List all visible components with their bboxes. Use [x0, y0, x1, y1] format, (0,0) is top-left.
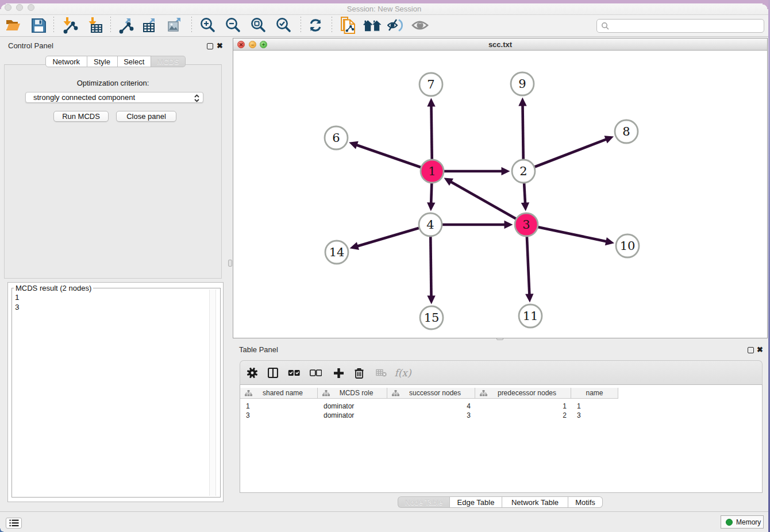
app-title: Session: New Session — [0, 5, 768, 13]
table-delete-table-icon[interactable] — [372, 364, 390, 381]
table-cell: 3 — [571, 411, 618, 420]
table-settings-icon[interactable] — [244, 364, 261, 381]
open-session-icon[interactable] — [4, 17, 22, 34]
network-view-window: ✕ – + scc.txt 7968124314101511 — [233, 38, 768, 338]
table-cell: 3 — [240, 411, 318, 420]
graph-node-label-10: 10 — [620, 239, 636, 253]
export-network-icon[interactable] — [117, 17, 135, 34]
save-session-icon[interactable] — [29, 17, 48, 34]
search-input[interactable] — [596, 19, 764, 33]
memory-status-icon — [726, 519, 733, 526]
task-list-icon — [9, 519, 19, 527]
table-row[interactable]: 3dominator323 — [240, 411, 618, 420]
graph-arrowhead-2-9 — [518, 97, 526, 106]
column-header-predecessor-nodes[interactable]: predecessor nodes — [475, 388, 571, 399]
toolbar-separator — [53, 17, 54, 34]
zoom-fit-icon[interactable] — [249, 17, 267, 34]
column-header-MCDS-role[interactable]: MCDS role — [318, 388, 387, 399]
mcds-result-legend: MCDS result (2 nodes) — [14, 284, 93, 292]
table-cell: 1 — [571, 402, 618, 411]
graph-arrowhead-4-14 — [350, 242, 359, 250]
vertical-splitter-grip[interactable] — [228, 260, 232, 267]
select-chevrons-icon — [194, 94, 200, 102]
table-panel-close-button[interactable]: ✖ — [757, 346, 763, 353]
graph-arrowhead-1-4 — [427, 202, 435, 211]
desktop-background-corner — [0, 529, 3, 532]
graph-node-label-11: 11 — [523, 309, 538, 323]
control-panel-close-button[interactable]: ✖ — [217, 43, 223, 49]
table-select-all-icon[interactable] — [285, 364, 302, 381]
table-function-builder-icon[interactable]: f(x) — [391, 364, 415, 381]
window-corner — [0, 3, 6, 9]
optimization-criterion-label: Optimization criterion: — [4, 79, 222, 87]
column-header-name[interactable]: name — [571, 388, 618, 399]
window-corner — [763, 3, 768, 9]
hide-panel-icon[interactable] — [387, 17, 406, 34]
task-history-button[interactable] — [6, 518, 22, 529]
graph-edge-3-10[interactable] — [526, 225, 607, 241]
graph-arrowhead-3-11 — [525, 294, 533, 302]
column-header-successor-nodes[interactable]: successor nodes — [387, 388, 475, 399]
table-deselect-all-icon[interactable] — [307, 364, 324, 381]
table-tab-network-table[interactable]: Network Table — [502, 496, 568, 508]
table-tab-node-table[interactable]: Node Table — [398, 496, 450, 508]
zoom-out-icon[interactable] — [224, 17, 242, 34]
table-cell: dominator — [318, 402, 387, 411]
clone-network-icon[interactable] — [339, 17, 357, 34]
table-tab-edge-table[interactable]: Edge Table — [450, 496, 502, 508]
mcds-result-list: 13 — [15, 292, 20, 312]
column-header-shared-name[interactable]: shared name — [240, 388, 318, 399]
table-columns-icon[interactable] — [264, 364, 282, 381]
zoom-selected-icon[interactable] — [274, 17, 292, 34]
memory-button[interactable]: Memory — [721, 515, 764, 529]
table-tab-motifs[interactable]: Motifs — [568, 496, 603, 508]
zoom-in-icon[interactable] — [198, 17, 217, 34]
mcds-result-scrollbar[interactable] — [209, 290, 216, 496]
toolbar-separator — [301, 17, 301, 34]
graph-node-label-7: 7 — [427, 78, 434, 91]
run-mcds-button[interactable]: Run MCDS — [53, 111, 109, 122]
graph-node-label-2: 2 — [519, 164, 527, 178]
toolbar-separator — [110, 17, 111, 34]
table-panel-float-button[interactable] — [748, 347, 754, 353]
control-panel-float-button[interactable] — [207, 43, 213, 49]
table-cell: 4 — [387, 402, 475, 411]
table-row[interactable]: 1dominator411 — [240, 402, 618, 411]
control-panel-tab-mcds[interactable]: MCDS — [151, 56, 186, 67]
graph-arrowhead-1-7 — [427, 98, 435, 106]
graph-node-label-14: 14 — [329, 245, 345, 259]
node-table[interactable]: shared nameMCDS rolesuccessor nodesprede… — [240, 384, 763, 493]
table-panel-title: Table Panel — [239, 345, 278, 354]
table-delete-column-icon[interactable] — [351, 364, 368, 381]
show-panel-icon[interactable] — [411, 17, 429, 34]
optimization-criterion-select[interactable]: strongly connected component — [25, 92, 203, 103]
mcds-result-item: 3 — [15, 302, 20, 312]
mcds-result-panel: MCDS result (2 nodes) 13 — [7, 282, 224, 502]
toolbar-separator — [332, 17, 332, 34]
graph-node-label-9: 9 — [518, 77, 526, 91]
table-cell: dominator — [318, 411, 387, 420]
export-table-icon[interactable] — [141, 17, 159, 34]
home-icon[interactable] — [363, 17, 382, 34]
control-panel-tab-network[interactable]: Network — [45, 56, 87, 67]
graph-node-label-15: 15 — [424, 311, 440, 325]
table-add-column-icon[interactable] — [330, 364, 347, 381]
network-graph-canvas[interactable]: 7968124314101511 — [233, 51, 767, 338]
close-panel-button[interactable]: Close panel — [116, 111, 176, 122]
graph-edge-3-1[interactable] — [451, 182, 526, 225]
graph-node-label-4: 4 — [426, 218, 434, 232]
network-window-titlebar[interactable]: ✕ – + scc.txt — [233, 38, 767, 51]
optimization-criterion-value: strongly connected component — [33, 93, 135, 102]
control-panel-tab-select[interactable]: Select — [118, 56, 152, 67]
table-toolbar: f(x) — [240, 360, 763, 384]
control-panel-tab-style[interactable]: Style — [87, 56, 118, 67]
import-network-icon[interactable] — [60, 17, 79, 34]
refresh-icon[interactable] — [306, 17, 325, 34]
import-table-icon[interactable] — [86, 17, 104, 34]
control-panel-tabs: NetworkStyleSelectMCDS — [45, 56, 186, 67]
graph-arrowhead-1-6 — [349, 141, 359, 149]
memory-label: Memory — [736, 518, 761, 526]
export-image-icon[interactable] — [166, 17, 184, 34]
graph-edge-2-8[interactable] — [523, 139, 607, 171]
table-panel-tabs: Node TableEdge TableNetwork TableMotifs — [398, 496, 603, 508]
